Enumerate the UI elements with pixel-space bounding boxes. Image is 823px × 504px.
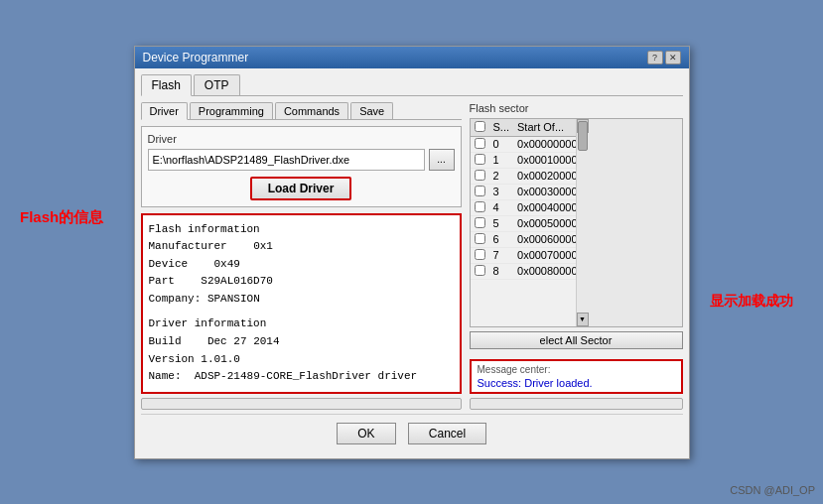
col-start: Start Of... — [513, 119, 575, 137]
right-panel: Flash sector S... Start Of... — [470, 102, 683, 410]
left-panel: Driver Programming Commands Save Driver … — [141, 102, 462, 410]
tab-programming[interactable]: Programming — [190, 102, 273, 119]
flash-info-title: Flash information — [149, 221, 454, 239]
titlebar-buttons: ? ✕ — [647, 51, 681, 64]
manufacturer-row: Manufacturer 0x1 — [149, 238, 454, 256]
ok-button[interactable]: OK — [337, 423, 396, 444]
manufacturer-label: Manufacturer — [149, 240, 227, 252]
top-tabs: Flash OTP — [141, 74, 683, 96]
part-value: S29AL016D70 — [201, 275, 273, 287]
row-checkbox-cell — [471, 215, 489, 231]
table-row[interactable]: 7 0x00070000 0x0007FFFF ??? — [471, 247, 576, 263]
bottom-scrollbar[interactable] — [141, 398, 462, 410]
row-start: 0x00030000 — [513, 184, 575, 199]
tab-driver[interactable]: Driver — [141, 102, 188, 120]
dialog-buttons: OK Cancel — [141, 414, 683, 452]
row-checkbox-cell — [471, 184, 489, 199]
scroll-down-arrow[interactable]: ▼ — [577, 313, 589, 326]
table-scroll-row: S... Start Of... End Offset % used 0 0x0… — [471, 119, 682, 326]
row-checkbox[interactable] — [475, 201, 485, 212]
table-row[interactable]: 6 0x00060000 0x0006FFFF ??? — [471, 231, 576, 247]
part-row: Part S29AL016D70 — [149, 273, 454, 291]
inner-tabs: Driver Programming Commands Save — [141, 102, 462, 120]
table-row[interactable]: 4 0x00040000 0x0004FFFF ??? — [471, 199, 576, 215]
row-checkbox-cell — [471, 152, 489, 168]
scrollbar-thumb[interactable] — [578, 121, 588, 151]
table-row[interactable]: 3 0x00030000 0x0003FFFF ??? — [471, 184, 576, 199]
row-s: 5 — [489, 215, 514, 231]
row-checkbox[interactable] — [475, 249, 485, 260]
row-start: 0x00070000 — [513, 247, 575, 263]
part-label: Part — [149, 275, 175, 287]
close-button[interactable]: ✕ — [665, 51, 681, 64]
driver-label: Driver — [148, 133, 455, 145]
company-label: Company: — [149, 293, 202, 305]
build-value: Dec 27 2014 — [207, 335, 280, 347]
table-row[interactable]: 1 0x00010000 0x0001FFFF ??? — [471, 152, 576, 168]
row-start: 0x00050000 — [513, 215, 575, 231]
driver-info-title: Driver information — [149, 315, 454, 333]
row-s: 1 — [489, 152, 514, 168]
row-s: 0 — [489, 136, 514, 152]
outer-wrapper: Flash的信息 显示加载成功 CSDN @ADI_OP Device Prog… — [0, 0, 823, 504]
browse-button[interactable]: ... — [429, 149, 455, 171]
row-s: 7 — [489, 247, 514, 263]
build-label: Build — [149, 335, 182, 347]
load-driver-button[interactable]: Load Driver — [250, 177, 352, 200]
tab-flash[interactable]: Flash — [141, 74, 192, 96]
row-s: 2 — [489, 168, 514, 184]
row-checkbox-cell — [471, 247, 489, 263]
build-row: Build Dec 27 2014 — [149, 333, 454, 351]
row-start: 0x00020000 — [513, 168, 575, 184]
row-checkbox[interactable] — [475, 186, 485, 196]
tab-save[interactable]: Save — [350, 102, 393, 119]
message-scrollbar[interactable] — [470, 398, 683, 410]
row-checkbox-cell — [471, 168, 489, 184]
col-s: S... — [489, 119, 514, 137]
sector-table: S... Start Of... End Offset % used 0 0x0… — [471, 119, 576, 280]
flash-info-annotation: Flash的信息 — [20, 208, 103, 227]
row-checkbox-cell — [471, 231, 489, 247]
driver-path-input[interactable] — [148, 149, 425, 171]
sector-table-wrapper: S... Start Of... End Offset % used 0 0x0… — [470, 118, 683, 327]
row-checkbox[interactable] — [475, 217, 485, 228]
sector-table-header: S... Start Of... End Offset % used — [471, 119, 576, 137]
row-checkbox[interactable] — [475, 233, 485, 244]
dialog-titlebar: Device Programmer ? ✕ — [135, 47, 689, 68]
table-row[interactable]: 2 0x00020000 0x0002FFFF ??? — [471, 168, 576, 184]
row-checkbox[interactable] — [475, 265, 485, 276]
message-center-box: Message center: Success: Driver loaded. — [470, 359, 683, 394]
row-s: 6 — [489, 231, 514, 247]
row-checkbox-cell — [471, 263, 489, 279]
watermark: CSDN @ADI_OP — [730, 484, 815, 496]
row-s: 8 — [489, 263, 514, 279]
row-start: 0x00010000 — [513, 152, 575, 168]
select-all-checkbox[interactable] — [475, 121, 485, 132]
tab-commands[interactable]: Commands — [275, 102, 348, 119]
row-s: 3 — [489, 184, 514, 199]
table-row[interactable]: 0 0x00000000 0x0000FFFF ??? — [471, 136, 576, 152]
flash-sector-label: Flash sector — [470, 102, 683, 114]
row-start: 0x00080000 — [513, 263, 575, 279]
manufacturer-value: 0x1 — [253, 240, 273, 252]
dialog-body: Flash OTP Driver Programming Commands Sa… — [135, 68, 689, 458]
success-annotation: 显示加载成功 — [710, 293, 793, 311]
version-value: 1.01.0 — [201, 353, 240, 365]
dialog-title: Device Programmer — [143, 51, 249, 64]
message-center-wrapper: Message center: Success: Driver loaded. — [470, 355, 683, 394]
company-value: SPANSION — [207, 293, 260, 305]
tab-otp[interactable]: OTP — [194, 74, 240, 95]
scrollbar-track[interactable]: ▲ ▼ — [576, 119, 682, 326]
help-button[interactable]: ? — [647, 51, 663, 64]
table-row[interactable]: 8 0x00080000 0x0008FFFF ??? — [471, 263, 576, 279]
driver-path-row: ... — [148, 149, 455, 171]
row-checkbox[interactable] — [475, 138, 485, 149]
row-start: 0x00060000 — [513, 231, 575, 247]
col-checkbox — [471, 119, 489, 137]
row-checkbox[interactable] — [475, 154, 485, 165]
cancel-button[interactable]: Cancel — [408, 423, 486, 444]
table-row[interactable]: 5 0x00050000 0x0005FFFF ??? — [471, 215, 576, 231]
row-checkbox[interactable] — [475, 170, 485, 181]
company-row: Company: SPANSION — [149, 291, 454, 309]
select-all-sector-button[interactable]: elect All Sector — [470, 331, 683, 349]
